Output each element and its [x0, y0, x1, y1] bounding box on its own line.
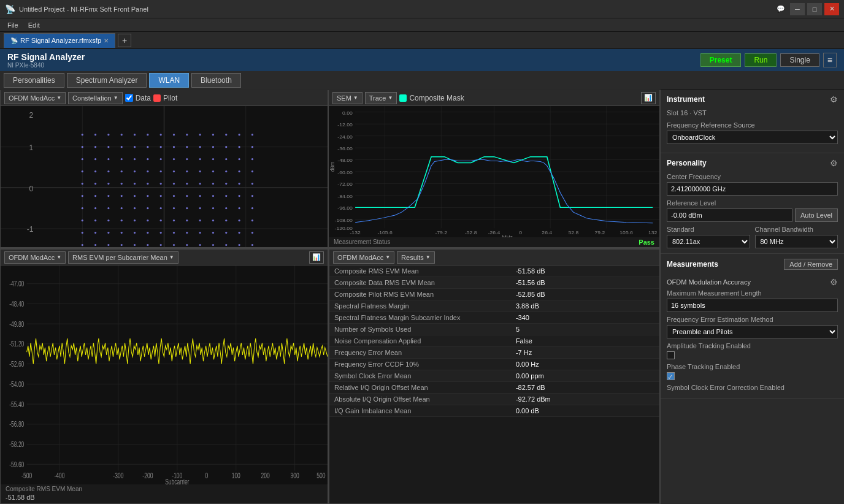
svg-point-120 [147, 220, 148, 221]
results-mode-label: OFDM ModAcc [337, 254, 383, 261]
svg-point-131 [107, 232, 109, 234]
standard-group: Standard 802.11ax [667, 226, 750, 248]
svg-point-18 [94, 134, 96, 136]
result-value: False [511, 335, 659, 347]
svg-point-95 [186, 195, 188, 197]
svg-point-88 [94, 195, 96, 197]
svg-text:dBm: dBm [329, 162, 335, 172]
personality-gear-button[interactable]: ⚙ [830, 158, 838, 168]
svg-point-22 [147, 134, 148, 136]
results-type-dropdown[interactable]: Results ▼ [397, 251, 435, 264]
svg-point-81 [186, 183, 188, 185]
result-value: -7 Hz [511, 347, 659, 359]
svg-point-144 [94, 244, 96, 246]
top-panels: OFDM ModAcc ▼ Constellation ▼ Data Pilot [0, 90, 660, 249]
menu-edit[interactable]: Edit [23, 20, 45, 30]
amp-tracking-checkbox[interactable] [667, 351, 675, 359]
add-tab-button[interactable]: + [118, 34, 131, 47]
evm-type-dropdown[interactable]: RMS EVM per Subcarrier Mean ▼ [68, 251, 178, 264]
main-content: OFDM ModAcc ▼ Constellation ▼ Data Pilot [0, 90, 844, 504]
evm-plot-icon[interactable]: 📊 [309, 251, 324, 264]
sem-plot-icon[interactable]: 📊 [641, 92, 656, 104]
data-checkbox[interactable] [125, 94, 133, 102]
sem-dropdown[interactable]: SEM ▼ [332, 92, 363, 104]
standard-bw-row: Standard 802.11ax Channel Bandwidth 80 M… [667, 226, 838, 248]
svg-text:-72.00: -72.00 [337, 182, 353, 188]
svg-text:-1: -1 [27, 225, 34, 234]
svg-text:-60.00: -60.00 [337, 170, 353, 175]
hamburger-button[interactable]: ≡ [823, 53, 837, 67]
svg-point-146 [121, 244, 123, 246]
result-name: Frequency Error CCDF 10% [329, 359, 511, 370]
tab-label: RF Signal Analyzer.rfmxsfp [20, 37, 101, 44]
trace-dropdown[interactable]: Trace ▼ [365, 92, 397, 104]
results-mode-dropdown[interactable]: OFDM ModAcc ▼ [333, 251, 394, 264]
standard-select[interactable]: 802.11ax [667, 235, 750, 248]
result-value: 0.00 ppm [511, 370, 659, 382]
ofdm-modacc-dropdown-2[interactable]: OFDM ModAcc ▼ [4, 251, 66, 264]
auto-level-button[interactable]: Auto Level [795, 208, 838, 222]
tab-bluetooth[interactable]: Bluetooth [191, 73, 241, 88]
sem-panel: SEM ▼ Trace ▼ Composite Mask 📊 [328, 90, 660, 248]
tab-spectrum-analyzer[interactable]: Spectrum Analyzer [67, 73, 147, 88]
svg-point-111 [212, 207, 214, 209]
tab-personalities[interactable]: Personalities [4, 73, 64, 88]
svg-point-27 [212, 134, 214, 136]
instrument-subtitle: NI PXIe-5840 [7, 62, 85, 69]
center-freq-input[interactable] [667, 182, 838, 196]
freq-ref-source-select[interactable]: OnboardClock [667, 131, 838, 144]
channel-bw-select[interactable]: 80 MHz [755, 235, 838, 248]
svg-point-77 [134, 183, 136, 185]
result-value: 0.00 dB [511, 405, 659, 417]
svg-point-72 [251, 170, 253, 172]
svg-point-121 [160, 220, 162, 221]
pilot-color-dot [153, 94, 161, 102]
constellation-svg: 2 1 0 -1 -2 -2.0 -1.0 0.0 1.0 2.0 [1, 106, 328, 248]
run-button[interactable]: Run [745, 53, 777, 67]
close-button[interactable]: ✕ [824, 3, 839, 15]
chat-icon[interactable]: 💬 [777, 5, 785, 13]
svg-point-128 [251, 220, 253, 221]
result-name: Frequency Error Mean [329, 347, 511, 359]
tab-wlan[interactable]: WLAN [149, 73, 189, 88]
svg-text:100: 100 [232, 472, 240, 479]
minimize-button[interactable]: ─ [790, 3, 805, 15]
max-meas-length-input[interactable] [667, 299, 838, 312]
trace-arrow: ▼ [388, 95, 393, 101]
freq-error-estim-select[interactable]: Preamble and Pilots [667, 325, 838, 338]
add-remove-button[interactable]: Add / Remove [784, 259, 838, 270]
tab-close-icon[interactable]: ✕ [104, 37, 109, 44]
ref-level-input[interactable] [667, 208, 792, 222]
svg-point-87 [82, 195, 83, 197]
svg-point-57 [238, 158, 240, 160]
ofdm-meas-gear[interactable]: ⚙ [830, 277, 838, 287]
svg-point-124 [199, 220, 201, 221]
svg-point-90 [121, 195, 123, 197]
single-button[interactable]: Single [780, 53, 819, 67]
svg-point-43 [238, 146, 240, 148]
svg-point-156 [251, 244, 253, 246]
svg-point-147 [134, 244, 136, 246]
result-row: Composite Data RMS EVM Mean-51.56 dB [329, 277, 659, 289]
instrument-gear-button[interactable]: ⚙ [830, 94, 838, 104]
maximize-button[interactable]: □ [807, 3, 822, 15]
svg-point-50 [147, 158, 148, 160]
svg-point-97 [212, 195, 214, 197]
svg-point-51 [160, 158, 162, 160]
ofdm-modacc-dropdown-1[interactable]: OFDM ModAcc ▼ [4, 92, 66, 104]
svg-point-136 [173, 232, 175, 234]
preset-button[interactable]: Preset [700, 53, 742, 67]
symbol-clock-label: Symbol Clock Error Correction Enabled [667, 384, 838, 391]
svg-text:0: 0 [29, 185, 34, 193]
svg-point-21 [134, 134, 136, 136]
svg-point-135 [160, 232, 162, 234]
phase-tracking-checkbox[interactable]: ✓ [667, 372, 675, 380]
svg-text:-300: -300 [113, 472, 123, 479]
menu-file[interactable]: File [2, 20, 23, 30]
svg-point-53 [186, 158, 188, 160]
tab-rf-signal-analyzer[interactable]: 📡 RF Signal Analyzer.rfmxsfp ✕ [4, 33, 115, 48]
evm-toolbar: OFDM ModAcc ▼ RMS EVM per Subcarrier Mea… [1, 250, 328, 265]
svg-point-122 [173, 220, 175, 221]
svg-point-68 [199, 170, 201, 172]
constellation-type-dropdown[interactable]: Constellation ▼ [68, 92, 123, 104]
